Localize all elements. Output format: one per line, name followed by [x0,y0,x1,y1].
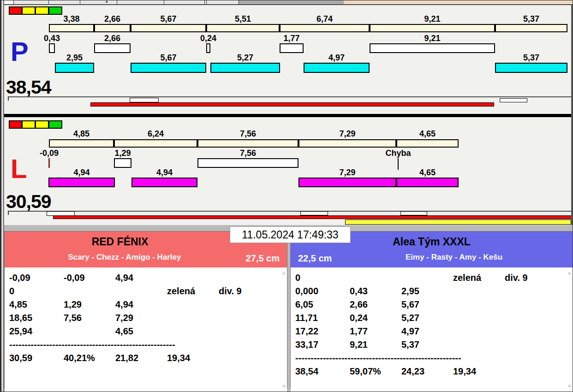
team-bar [131,63,206,73]
score-cell: 4,65 [115,325,167,338]
app-window: ▾ P38,543,382,665,675,516,749,215,370,43… [0,0,573,392]
score-line: 0zelenádiv. 9 [291,271,573,285]
score-cell [167,271,219,285]
score-cell: 0,24 [350,311,401,325]
separator-line: ----------------------------------------… [291,351,573,365]
measurement-label: 4,65 [400,168,455,177]
team-bar [304,63,370,73]
score-cell [167,311,219,325]
score-cell: 6,05 [295,298,350,311]
measurement-label: 5,27 [218,53,273,62]
measurement-label: 5,51 [215,15,271,23]
status-light [49,120,62,129]
score-cell: 5,27 [401,311,453,325]
background-window-segment [4,0,13,4]
score-cell: 11,71 [295,311,350,325]
score-cell [453,285,505,298]
score-cell: 2,66 [350,298,401,311]
score-cell: 1,29 [64,298,115,311]
lane-p: P38,543,382,665,675,516,749,215,370,432,… [0,5,573,114]
score-line: 11,710,245,27 [291,311,573,325]
window-strip-divider [204,0,205,4]
status-light [36,6,49,15]
opponent-bar [48,158,50,168]
measurement-label: 6,24 [128,130,184,138]
yellow-progress [345,220,571,225]
window-strip-divider [117,0,117,4]
score-cell: 1,77 [350,325,401,338]
scroll-up-icon[interactable]: ˄ [567,271,571,277]
background-window-tan [344,0,573,4]
score-log-left[interactable]: ˄ ˅ -0,09-0,094,940zelenádiv. 94,851,294… [5,267,287,392]
team-bar [495,63,567,73]
score-cell: 0 [9,285,64,298]
window-strip-divider [164,0,164,4]
separator-line: ----------------------------------------… [5,338,287,351]
team-bar [396,178,459,187]
score-cell: 19,34 [167,351,219,365]
score-line: 4,851,294,94 [5,298,287,311]
scroll-down-icon[interactable]: ˅ [567,384,571,389]
measurement-label: 7,56 [221,130,276,138]
score-cell: 5,67 [401,298,453,311]
score-cell [219,325,287,338]
score-cell [505,325,573,338]
scoreboard: RED FÉNIX Scary - Chezz - Amigo - Harley… [0,225,573,392]
measurement-label: 7,56 [221,149,276,157]
score-line: 30,5940,21%21,8219,34 [5,351,287,365]
background-windows-strip[interactable]: ▾ [0,0,573,5]
score-log-right[interactable]: ˄ ˅ 0zelenádiv. 90,0000,432,956,052,665,… [291,267,573,392]
measurement-label: 2,95 [47,53,102,62]
team-distance: 27,5 cm [246,253,280,264]
measurement-label: 9,21 [405,15,460,23]
white-marker [400,211,427,215]
score-line: -0,09-0,094,94 [5,271,287,285]
window-strip-divider [239,0,239,4]
window-strip-divider [48,0,49,4]
measurement-label: 1,77 [264,34,319,42]
measurement-label: 0,24 [181,34,236,42]
window-strip-divider [80,0,80,4]
score-cell: 18,65 [9,311,64,325]
scroll-down-icon[interactable]: ˅ [282,384,286,389]
score-line: 17,221,774,97 [291,325,573,338]
score-cell: 0,43 [350,285,401,298]
measurement-label: 5,37 [504,15,559,23]
score-cell: 5,37 [401,338,453,351]
opponent-bar [114,158,131,168]
measurement-label: 6,74 [297,15,352,23]
team-players: Scary - Chezz - Amigo - Harley [5,253,245,262]
measurement-label: 0,43 [24,34,80,42]
opponent-bar [49,43,55,53]
score-cell [115,285,167,298]
measurement-label: 4,94 [137,168,192,177]
score-cell [505,365,573,378]
score-cell: 38,54 [295,365,350,378]
score-cell: 4,97 [401,325,453,338]
score-cell [219,298,287,311]
dropdown-caret-icon: ▾ [106,0,108,4]
measurement-label: 5,67 [141,15,196,23]
cumulative-bar [197,139,298,148]
cumulative-bar [94,24,131,32]
score-cell: 33,17 [295,338,350,351]
score-cell: 30,59 [9,351,64,365]
score-cell: 19,34 [453,365,505,378]
cumulative-bar [370,24,495,32]
team-bar [55,63,94,73]
measurement-label: 7,29 [320,168,375,177]
team-card-right: Alea Tým XXXL Eimy - Rasty - Amy - Kešu … [290,231,573,388]
team-distance: 22,5 cm [298,253,332,264]
score-cell: 0,000 [295,285,350,298]
team-players: Eimy - Rasty - Amy - Kešu [334,253,573,262]
cumulative-bar [206,24,280,32]
white-marker [500,98,527,102]
status-light [49,6,62,15]
score-cell: -0,09 [9,271,64,285]
scroll-up-icon[interactable]: ˄ [282,271,286,277]
score-cell: zelená [453,271,505,285]
score-cell [350,271,401,285]
window-frame-right [571,5,573,225]
cumulative-bar [131,24,206,32]
score-cell: zelená [167,285,219,298]
